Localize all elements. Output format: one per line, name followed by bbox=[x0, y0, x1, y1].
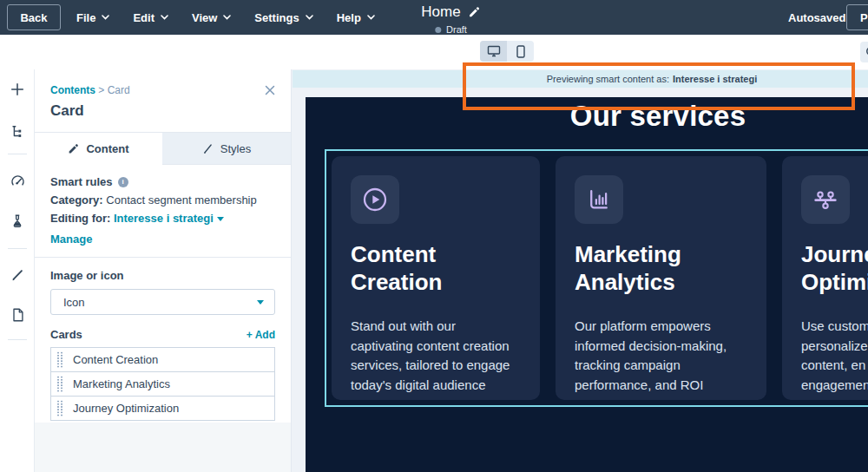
pencil-icon bbox=[10, 267, 25, 283]
device-toggle bbox=[480, 41, 534, 62]
tab-styles[interactable]: Styles bbox=[162, 133, 291, 165]
manage-link[interactable]: Manage bbox=[50, 233, 275, 246]
smart-rules-category: Category: Contact segment membership bbox=[50, 193, 275, 206]
left-tool-rail bbox=[0, 69, 35, 472]
gauge-icon bbox=[10, 173, 26, 189]
service-card-title: Journey Optimization bbox=[801, 241, 868, 296]
menu-file[interactable]: File bbox=[76, 11, 109, 24]
editor-toolbar bbox=[0, 35, 868, 69]
add-module-button[interactable] bbox=[7, 79, 28, 100]
breadcrumb-separator: > bbox=[98, 84, 104, 96]
menu-help[interactable]: Help bbox=[337, 11, 375, 24]
service-card-body: Stand out with our captivating content c… bbox=[351, 317, 521, 395]
selected-card-module[interactable]: Content Creation Stand out with our capt… bbox=[325, 149, 868, 407]
chevron-down-icon bbox=[367, 15, 375, 20]
desktop-toggle-button[interactable] bbox=[480, 41, 507, 62]
top-bar: Back File Edit View Settings Help bbox=[0, 0, 868, 35]
play-circle-icon bbox=[361, 186, 389, 213]
services-heading: Our services bbox=[306, 97, 868, 133]
desktop-icon bbox=[487, 45, 501, 57]
panel-footer-area bbox=[35, 423, 291, 472]
panel-title: Card bbox=[50, 102, 84, 120]
service-card-title: Content Creation bbox=[351, 241, 521, 296]
caret-down-icon bbox=[257, 300, 264, 305]
editor-screen: Back File Edit View Settings Help bbox=[0, 0, 868, 472]
service-card-body: Use custom personalize content, en engag… bbox=[801, 317, 868, 395]
list-item[interactable]: Content Creation bbox=[50, 347, 275, 372]
service-card-title: Marketing Analytics bbox=[575, 241, 747, 296]
mobile-toggle-button[interactable] bbox=[507, 41, 534, 62]
search-button[interactable] bbox=[860, 42, 868, 62]
icon-chip bbox=[575, 175, 623, 224]
smart-rules-editing-for: Editing for: Interesse i strategi bbox=[50, 212, 275, 225]
panel-content: Smart rules i Category: Contact segment … bbox=[35, 165, 291, 421]
menu-bar: File Edit View Settings Help bbox=[76, 0, 375, 35]
drag-handle-icon[interactable] bbox=[56, 376, 63, 392]
breadcrumb-current: Card bbox=[108, 84, 130, 96]
rail-divider bbox=[8, 248, 27, 249]
icon-chip bbox=[351, 175, 399, 224]
list-item[interactable]: Journey Optimization bbox=[50, 396, 275, 421]
service-card[interactable]: Content Creation Stand out with our capt… bbox=[332, 156, 540, 400]
smart-segment-name: Interesse i strategi bbox=[673, 74, 757, 84]
breadcrumb-contents-link[interactable]: Contents bbox=[50, 84, 95, 96]
caret-down-icon bbox=[217, 217, 224, 221]
chevron-down-icon bbox=[102, 15, 109, 20]
flask-icon bbox=[10, 213, 25, 229]
drag-handle-icon[interactable] bbox=[56, 351, 63, 368]
panel-tabs: Content Styles bbox=[35, 132, 291, 165]
add-card-link[interactable]: + Add bbox=[247, 329, 275, 341]
image-or-icon-select[interactable]: Icon bbox=[50, 289, 275, 315]
plus-icon bbox=[10, 82, 25, 97]
rail-divider bbox=[8, 154, 27, 154]
close-panel-button[interactable] bbox=[263, 83, 277, 97]
section-divider bbox=[35, 257, 291, 258]
status-badge: Draft bbox=[446, 24, 467, 35]
pencil-icon bbox=[68, 143, 79, 154]
service-card-body: Our platform empowers informed decision-… bbox=[575, 317, 747, 395]
contents-tree-button[interactable] bbox=[7, 121, 28, 142]
service-card[interactable]: Marketing Analytics Our platform empower… bbox=[556, 156, 766, 400]
brush-icon bbox=[202, 143, 214, 154]
mobile-icon bbox=[516, 45, 525, 58]
tab-content[interactable]: Content bbox=[35, 133, 162, 165]
drag-handle-icon[interactable] bbox=[56, 400, 63, 416]
sitemap-icon bbox=[10, 124, 25, 140]
autosaved-label: Autosaved bbox=[788, 11, 845, 24]
back-button[interactable]: Back bbox=[7, 4, 61, 30]
file-icon bbox=[10, 307, 25, 323]
page-file-button[interactable] bbox=[7, 305, 28, 325]
edit-pen-button[interactable] bbox=[7, 265, 28, 285]
module-panel: Contents > Card Card Content Styles Smar… bbox=[35, 69, 292, 472]
editing-for-segment-dropdown[interactable]: Interesse i strategi bbox=[114, 212, 214, 225]
menu-view[interactable]: View bbox=[192, 11, 231, 24]
preview-page-canvas[interactable]: Our services Content Creation Stand out … bbox=[306, 97, 868, 472]
chevron-down-icon bbox=[223, 15, 231, 20]
smart-rules-heading: Smart rules i bbox=[50, 175, 275, 188]
test-flask-button[interactable] bbox=[7, 211, 28, 232]
cards-section-header: Cards + Add bbox=[50, 328, 275, 341]
page-preview-area: Previewing smart content as: Interesse i… bbox=[292, 69, 868, 472]
cards-list: Content Creation Marketing Analytics Jou… bbox=[50, 347, 275, 421]
menu-settings[interactable]: Settings bbox=[254, 11, 312, 24]
edit-pencil-icon[interactable] bbox=[469, 6, 481, 18]
info-icon[interactable]: i bbox=[118, 177, 128, 187]
optimize-gauge-button[interactable] bbox=[7, 170, 28, 191]
chevron-down-icon bbox=[161, 15, 168, 20]
cards-label: Cards bbox=[50, 328, 82, 341]
page-title: Home bbox=[421, 3, 460, 21]
bar-chart-icon bbox=[586, 187, 612, 213]
icon-chip bbox=[801, 175, 850, 224]
service-card[interactable]: Journey Optimization Use custom personal… bbox=[782, 156, 868, 400]
preview-button[interactable]: P bbox=[846, 4, 868, 30]
journey-icon bbox=[812, 186, 839, 213]
draft-status-dot bbox=[435, 27, 441, 33]
close-icon bbox=[265, 85, 275, 95]
image-or-icon-label: Image or icon bbox=[50, 269, 275, 282]
breadcrumb: Contents > Card bbox=[50, 84, 130, 96]
menu-edit[interactable]: Edit bbox=[133, 11, 168, 24]
rail-divider bbox=[8, 339, 27, 340]
list-item[interactable]: Marketing Analytics bbox=[50, 371, 275, 397]
smart-content-banner: Previewing smart content as: Interesse i… bbox=[293, 70, 868, 88]
page-title-block: Home Draft bbox=[421, 3, 480, 35]
